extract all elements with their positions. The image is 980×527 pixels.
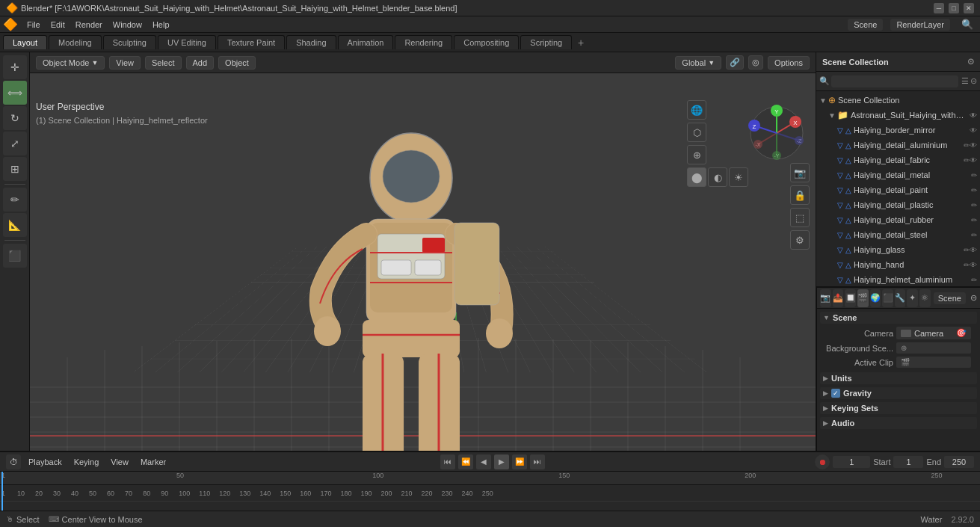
blender-icon[interactable]: 🔶 <box>3 17 18 31</box>
menu-render[interactable]: Render <box>71 19 107 31</box>
item-vis-icon[interactable]: 👁 <box>970 141 977 150</box>
background-pick-icon[interactable]: ⊕ <box>901 344 907 352</box>
tool-annotate[interactable]: ✏ <box>3 188 27 212</box>
scene-selector[interactable]: Scene <box>848 19 883 31</box>
menu-help[interactable]: Help <box>148 19 174 31</box>
view-option-1[interactable]: ☰ <box>961 76 969 86</box>
scene-name-display[interactable]: Scene <box>934 292 966 304</box>
maximize-button[interactable]: □ <box>949 3 959 13</box>
collection-item[interactable]: ▽ △ Haiying_detail_steel ✏ <box>816 227 980 242</box>
props-filter-icon[interactable]: ⊝ <box>970 293 977 303</box>
item-edit-icon[interactable]: ✏ <box>971 276 977 284</box>
tool-measure[interactable]: 📐 <box>3 213 27 237</box>
audio-section-header[interactable]: ▶ Audio <box>820 417 977 429</box>
tab-sculpting[interactable]: Sculpting <box>103 35 156 49</box>
collection-item[interactable]: ▽ △ Haiying_helmet_aluminium ✏ <box>816 272 980 286</box>
item-edit-icon[interactable]: ✏ <box>964 141 970 150</box>
tab-shading[interactable]: Shading <box>286 35 336 49</box>
close-button[interactable]: ✕ <box>964 3 974 13</box>
viewport-overlay[interactable]: ⬡ <box>687 123 706 142</box>
object-menu[interactable]: Object <box>218 56 256 70</box>
tab-compositing[interactable]: Compositing <box>454 35 519 49</box>
props-tab-scene[interactable]: 🎬 <box>857 289 869 307</box>
lock-view-button[interactable]: 🔒 <box>790 185 810 205</box>
item-edit-icon[interactable]: ✏ <box>964 246 970 254</box>
item-vis-icon[interactable]: 👁 <box>970 156 977 164</box>
step-back-button[interactable]: ⏪ <box>458 454 473 469</box>
props-tab-view-layer[interactable]: 🔲 <box>845 289 856 307</box>
filter-icon[interactable]: ⊝ <box>970 76 977 86</box>
tool-add-cube[interactable]: ⬛ <box>3 244 27 268</box>
play-pause-button[interactable]: ▶ <box>494 454 509 469</box>
tab-layout[interactable]: Layout <box>3 35 47 49</box>
camera-value[interactable]: Camera 🎯 <box>896 327 971 339</box>
timeline-marker-menu[interactable]: Marker <box>136 456 170 468</box>
select-menu[interactable]: Select <box>145 56 182 70</box>
viewport-gizmo[interactable]: ⊕ <box>687 145 706 164</box>
solid-shading[interactable]: ⬤ <box>687 167 706 187</box>
tab-animation[interactable]: Animation <box>338 35 394 49</box>
item-edit-icon[interactable]: ✏ <box>964 261 970 269</box>
timeline-playback-menu[interactable]: Playback <box>24 456 67 468</box>
item-vis-icon[interactable]: 👁 <box>970 246 977 254</box>
global-selector[interactable]: Global ▼ <box>675 56 721 70</box>
proportional-edit[interactable]: ◎ <box>748 55 763 70</box>
timeline-scrub[interactable]: 1 50 100 150 200 250 1 10 20 30 40 50 60… <box>0 472 980 511</box>
material-shading[interactable]: ◐ <box>708 167 727 187</box>
current-frame-field[interactable]: 1 <box>833 456 870 468</box>
tab-rendering[interactable]: Rendering <box>395 35 452 49</box>
props-tab-object[interactable]: ⬛ <box>882 289 893 307</box>
item-edit-icon[interactable]: ✏ <box>971 186 977 194</box>
item-edit-icon[interactable]: ✏ <box>964 156 970 164</box>
menu-file[interactable]: File <box>22 19 45 31</box>
search-icon-menu[interactable]: 🔍 <box>958 15 977 34</box>
step-forward-button[interactable]: ⏩ <box>512 454 527 469</box>
render-layer-selector[interactable]: RenderLayer <box>890 19 950 31</box>
minimize-button[interactable]: ─ <box>934 3 944 13</box>
tool-move[interactable]: ⟺ <box>3 81 27 105</box>
navigation-gizmo[interactable]: X Y Z -X -Y -Z <box>747 103 807 163</box>
collection-search-input[interactable] <box>831 75 958 87</box>
tool-transform[interactable]: ⊞ <box>3 157 27 181</box>
rendered-shading[interactable]: ☀ <box>729 167 748 187</box>
start-frame-field[interactable]: 1 <box>893 456 923 468</box>
background-value[interactable]: ⊕ <box>896 342 971 354</box>
menu-window[interactable]: Window <box>108 19 147 31</box>
add-workspace-button[interactable]: + <box>573 35 588 50</box>
jump-end-button[interactable]: ⏭ <box>530 454 545 469</box>
timeline-mode-icon[interactable]: ⏱ <box>6 454 21 469</box>
object-mode-selector[interactable]: Object Mode ▼ <box>36 56 105 70</box>
active-clip-value[interactable]: 🎬 <box>896 357 971 368</box>
timeline-view-menu[interactable]: View <box>106 456 133 468</box>
gravity-section-header[interactable]: ▶ ✓ Gravity <box>820 387 977 399</box>
collection-filter-icon[interactable]: ⊙ <box>967 57 974 67</box>
scene-section-header[interactable]: ▼ Scene <box>820 312 977 324</box>
viewport[interactable]: Object Mode ▼ View Select Add Object Glo… <box>30 52 816 451</box>
collection-item[interactable]: ▽ △ Haiying_glass ✏ 👁 <box>816 242 980 257</box>
add-menu[interactable]: Add <box>186 56 215 70</box>
tab-texture-paint[interactable]: Texture Paint <box>218 35 285 49</box>
props-tab-modifier[interactable]: 🔧 <box>895 289 906 307</box>
viewport-canvas[interactable]: User Perspective (1) Scene Collection | … <box>30 73 816 451</box>
units-section-header[interactable]: ▶ Units <box>820 372 977 384</box>
props-tab-physics[interactable]: ⚛ <box>919 289 931 307</box>
tab-modeling[interactable]: Modeling <box>49 35 102 49</box>
item-edit-icon[interactable]: ✏ <box>971 171 977 179</box>
menu-edit[interactable]: Edit <box>46 19 70 31</box>
scene-props-button[interactable]: ⚙ <box>790 230 810 250</box>
render-region-button[interactable]: ⬚ <box>790 208 810 227</box>
playhead[interactable] <box>1 472 3 511</box>
record-button[interactable]: ⏺ <box>815 454 830 469</box>
options-button[interactable]: Options <box>768 56 810 70</box>
collection-item[interactable]: ▽ △ Haiying_detail_metal ✏ <box>816 167 980 182</box>
snap-button[interactable]: 🔗 <box>726 55 744 70</box>
item-edit-icon[interactable]: ✏ <box>971 216 977 224</box>
collection-item[interactable]: ▼ 📁 Astronaut_Suit_Haiying_with_Hel 👁 <box>816 108 980 123</box>
viewport-shading-solid[interactable]: 🌐 <box>687 100 706 120</box>
collection-item[interactable]: ▽ △ Haiying_detail_rubber ✏ <box>816 212 980 227</box>
item-edit-icon[interactable]: ✏ <box>971 231 977 239</box>
item-vis-icon[interactable]: 👁 <box>970 126 977 135</box>
item-vis-icon[interactable]: 👁 <box>970 261 977 269</box>
gravity-checkbox[interactable]: ✓ <box>831 389 840 398</box>
tab-uv-editing[interactable]: UV Editing <box>158 35 216 49</box>
